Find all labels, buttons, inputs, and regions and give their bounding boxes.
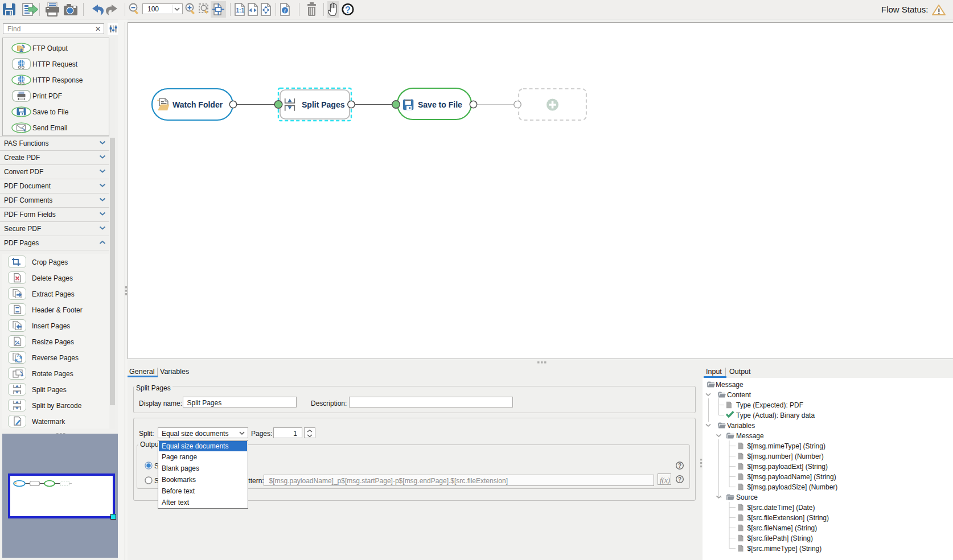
svg-text:?: ? [678,476,681,483]
svg-text:$[src.fileName] (String): $[src.fileName] (String) [747,524,818,532]
svg-text:$[msg.number] (Number): $[msg.number] (Number) [747,452,824,460]
svg-text:Watch Folder: Watch Folder [172,100,223,109]
svg-text:Message: Message [716,381,743,389]
svg-text:Type (Expected): PDF: Type (Expected): PDF [736,401,803,409]
svg-text:Variables: Variables [727,422,755,430]
svg-text:Type (Actual): Binary data: Type (Actual): Binary data [736,411,815,419]
svg-text:$[msg.mimeType] (String): $[msg.mimeType] (String) [747,442,825,450]
svg-text:1:1: 1:1 [236,7,245,14]
svg-text:$[msg.payloadSize] (Number): $[msg.payloadSize] (Number) [747,483,838,491]
svg-text:$[src.dateTime] (Date): $[src.dateTime] (Date) [747,504,815,512]
svg-text:Source: Source [736,493,758,501]
svg-text:$[msg.payloadExt] (String): $[msg.payloadExt] (String) [747,463,828,471]
svg-text:$[src.fileExtension] (String): $[src.fileExtension] (String) [747,514,829,522]
svg-text:$[src.mimeType] (String): $[src.mimeType] (String) [747,545,822,553]
svg-text:Save to File: Save to File [418,100,462,109]
svg-text:Split Pages: Split Pages [302,100,345,109]
svg-text:$[msg.payloadName] (String): $[msg.payloadName] (String) [747,473,836,481]
svg-text:$[src.filePath] (String): $[src.filePath] (String) [747,534,813,542]
svg-text:?: ? [678,463,681,469]
svg-text:Message: Message [736,432,764,440]
svg-text:Content: Content [727,391,751,399]
svg-text:?: ? [345,5,351,15]
